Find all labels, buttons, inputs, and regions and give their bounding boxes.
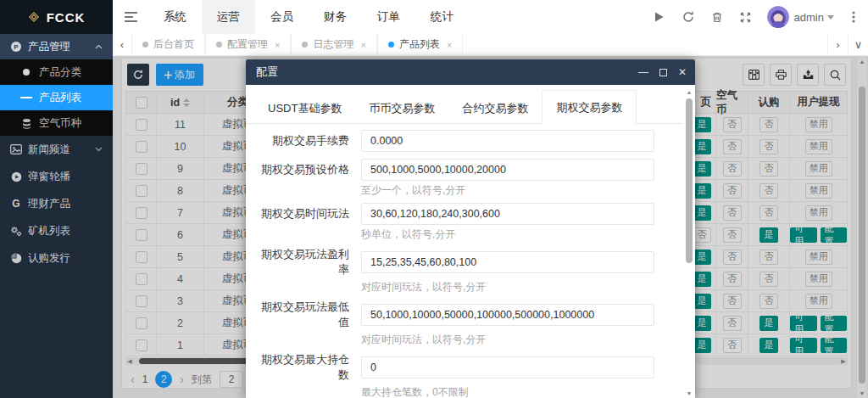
tab-label: 后台首页 — [153, 37, 194, 52]
tab-bar: ‹ 后台首页 配置管理 × 日志管理 × 产品列表 × › ∨ — [113, 34, 868, 56]
maximize-icon[interactable] — [659, 69, 667, 76]
field-help: 对应时间玩法，以符号,分开 — [361, 334, 683, 345]
modal-header[interactable]: 配置 — ✕ — [246, 59, 695, 85]
top-navbar: 系统 运营 会员 财务 订单 统计 admin — [113, 0, 868, 34]
option-fee-input[interactable] — [361, 130, 654, 152]
sidebar-item-label: 产品列表 — [39, 91, 81, 105]
sidebar-item-news[interactable]: 新闻频道 — [0, 136, 113, 163]
gears-icon — [10, 225, 22, 237]
sidebar-item-label: 产品管理 — [28, 40, 70, 54]
nav-item-order[interactable]: 订单 — [362, 0, 415, 34]
list-icon — [20, 92, 32, 104]
sidebar-item-label: 认购发行 — [28, 251, 70, 266]
g-letter-icon: G — [10, 198, 22, 210]
close-icon[interactable]: × — [447, 40, 452, 50]
sidebar-item-product-category[interactable]: 产品分类 — [0, 59, 113, 85]
option-time-play-input[interactable] — [361, 203, 654, 225]
sidebar-item-label: 产品分类 — [39, 65, 81, 80]
field-label: 期权交易手续费 — [254, 133, 349, 149]
tab-config-manage[interactable]: 配置管理 × — [205, 34, 291, 55]
nav-item-member[interactable]: 会员 — [255, 0, 309, 34]
tabs-scroll-right-icon[interactable]: › — [827, 34, 848, 55]
modal-scrollbar[interactable]: ▲ ▼ — [685, 87, 693, 398]
field-help: 至少一个，以符号,分开 — [361, 184, 683, 196]
user-menu[interactable]: admin — [794, 11, 839, 24]
tab-dot-icon — [216, 42, 222, 48]
option-profit-rate-input[interactable] — [361, 251, 654, 273]
field-label: 期权交易预设价格 — [254, 162, 349, 177]
modal-form: 期权交易手续费 期权交易预设价格 至少一个，以符号,分开 期权交易时间玩法 秒单… — [246, 124, 695, 398]
svg-text:P: P — [14, 43, 19, 51]
field-label: 期权交易玩法最低值 — [254, 300, 349, 330]
field-label: 期权交易最大持仓数 — [254, 352, 349, 383]
close-icon[interactable]: × — [275, 40, 280, 50]
sidebar-item-product-list[interactable]: 产品列表 — [0, 85, 113, 110]
nav-item-finance[interactable]: 财务 — [309, 0, 362, 34]
play-icon[interactable] — [645, 0, 674, 34]
sidebar-item-miner-list[interactable]: 矿机列表 — [0, 217, 113, 244]
sidebar-item-popup-carousel[interactable]: 弹窗轮播 — [0, 163, 113, 190]
photo-icon — [10, 143, 22, 155]
field-label: 期权交易时间玩法 — [254, 206, 349, 221]
option-preset-price-input[interactable] — [361, 159, 654, 181]
tab-product-list[interactable]: 产品列表 × — [377, 34, 463, 55]
tab-dot-icon — [388, 42, 394, 48]
sidebar-item-label: 空气币种 — [39, 116, 81, 131]
modal-tabs: USDT基础参数 币币交易参数 合约交易参数 期权交易参数 — [246, 85, 683, 124]
menu-toggle-icon[interactable] — [113, 0, 148, 34]
chevron-up-icon — [92, 41, 104, 53]
tab-option-trade[interactable]: 期权交易参数 — [542, 90, 637, 124]
tabs-menu-icon[interactable]: ∨ — [848, 34, 868, 55]
close-icon[interactable]: ✕ — [678, 67, 687, 77]
scroll-up-icon[interactable]: ▲ — [685, 87, 693, 97]
sidebar-item-subscription-issue[interactable]: 认购发行 — [0, 244, 113, 272]
caret-down-icon — [827, 15, 834, 20]
fullscreen-icon[interactable] — [732, 0, 760, 34]
sidebar-item-air-coin[interactable]: 空气币种 — [0, 110, 113, 136]
trash-icon[interactable] — [703, 0, 732, 34]
sidebar-item-product-manage[interactable]: P 产品管理 — [0, 34, 113, 59]
more-vertical-icon[interactable] — [839, 0, 868, 34]
minimize-icon[interactable]: — — [638, 67, 648, 77]
refresh-icon[interactable] — [674, 0, 703, 34]
nav-item-stats[interactable]: 统计 — [415, 0, 469, 34]
close-icon[interactable]: × — [360, 40, 365, 50]
sidebar-submenu: 产品分类 产品列表 空气币种 — [0, 59, 113, 136]
p-circle-icon: P — [10, 41, 22, 53]
tab-label: 日志管理 — [313, 37, 353, 52]
tab-dot-icon — [302, 42, 308, 48]
tab-label: 配置管理 — [227, 37, 268, 52]
tab-home[interactable]: 后台首页 — [131, 34, 205, 55]
tab-coin-trade[interactable]: 币币交易参数 — [355, 94, 448, 123]
nav-item-system[interactable]: 系统 — [148, 0, 202, 34]
circle-play-icon — [10, 171, 22, 182]
sidebar-item-label: 新闻频道 — [28, 143, 70, 157]
option-max-position-input[interactable] — [361, 356, 654, 378]
tabs-scroll-left-icon[interactable]: ‹ — [113, 34, 131, 55]
topnav-actions: admin — [645, 0, 868, 34]
tab-contract-trade[interactable]: 合约交易参数 — [448, 94, 542, 123]
field-help: 对应时间玩法，以符号,分开 — [361, 281, 683, 293]
sidebar-item-wealth-product[interactable]: G 理财产品 — [0, 190, 113, 217]
dot-icon — [20, 66, 32, 78]
chevron-down-icon — [92, 143, 104, 155]
user-avatar[interactable] — [767, 6, 789, 28]
brand-name: FCCK — [47, 10, 86, 25]
tab-usdt-basic[interactable]: USDT基础参数 — [254, 94, 355, 123]
field-help: 秒单位，以符号,分开 — [361, 228, 683, 240]
sidebar-item-label: 矿机列表 — [28, 224, 70, 238]
nav-item-operation[interactable]: 运营 — [202, 0, 255, 34]
pie-chart-icon — [10, 252, 22, 264]
brand-diamond-icon — [28, 11, 40, 23]
config-modal: 配置 — ✕ USDT基础参数 币币交易参数 合约交易参数 期权交易参数 期权交… — [246, 59, 695, 398]
option-min-value-input[interactable] — [361, 304, 654, 326]
tab-log-manage[interactable]: 日志管理 × — [291, 34, 376, 55]
modal-title: 配置 — [256, 64, 278, 80]
app-logo[interactable]: FCCK — [0, 0, 113, 34]
sidebar-item-label: 弹窗轮播 — [28, 170, 70, 184]
scrollbar-thumb[interactable] — [686, 98, 693, 263]
sidebar: FCCK P 产品管理 产品分类 产品列表 空气币种 新闻频道 — [0, 0, 113, 398]
username: admin — [794, 11, 824, 24]
tab-label: 产品列表 — [399, 37, 440, 52]
scroll-down-icon[interactable]: ▼ — [685, 388, 693, 398]
